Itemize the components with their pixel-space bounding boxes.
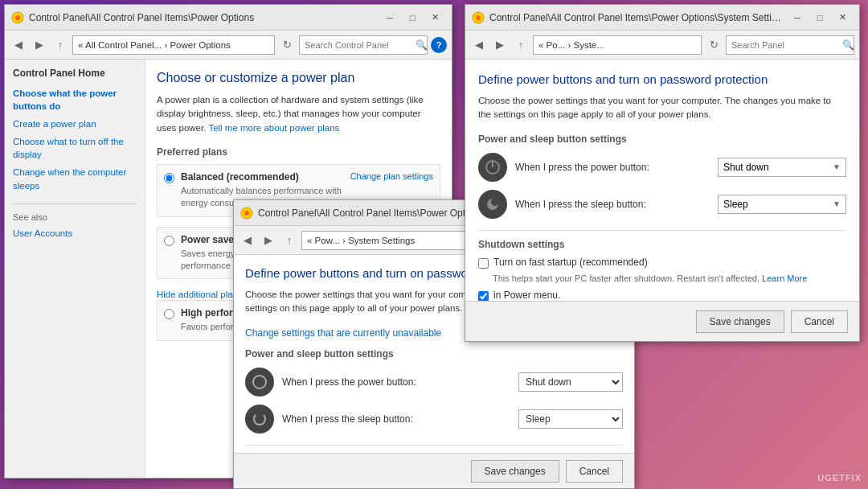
nav-bar-win1: ◀ ▶ ↑ « All Control Panel... › Power Opt… xyxy=(5,31,452,60)
sidebar-link-create-plan[interactable]: Create a power plan xyxy=(13,117,137,130)
close-button-win1[interactable]: ✕ xyxy=(424,10,445,26)
win3-power-sleep-title: Power and sleep button settings xyxy=(478,134,846,145)
win2-change-settings-link[interactable]: Change settings that are currently unava… xyxy=(245,327,441,339)
title-bar-win3: Control Panel\All Control Panel Items\Po… xyxy=(465,5,859,31)
back-btn-win2[interactable]: ◀ xyxy=(239,232,256,249)
win3-fast-startup-checkbox[interactable] xyxy=(478,258,489,269)
win1-sidebar: Control Panel Home Choose what the power… xyxy=(5,60,145,478)
win1-main-title: Choose or customize a power plan xyxy=(157,71,440,85)
hide-additional-link[interactable]: Hide additional plans xyxy=(157,290,243,299)
close-btn-win3[interactable]: ✕ xyxy=(832,10,853,26)
power-options-icon-win3 xyxy=(472,11,485,24)
up-btn-win2[interactable]: ↑ xyxy=(280,232,298,249)
watermark-text: UGETFIX xyxy=(817,473,862,483)
win3-footer: Save changes Cancel xyxy=(465,301,859,341)
refresh-btn-win3[interactable]: ↻ xyxy=(705,36,723,54)
power-options-icon xyxy=(11,11,24,24)
win3-sleep-dropdown[interactable]: Sleep ▼ xyxy=(718,195,846,214)
up-btn-win3[interactable]: ↑ xyxy=(512,36,530,54)
svg-point-5 xyxy=(476,15,481,20)
win3-power-dropdown[interactable]: Shut down ▼ xyxy=(718,158,846,177)
win3-fast-startup-label: Turn on fast startup (recommended) xyxy=(493,257,648,268)
win2-shutdown-section: Shutdown settings Turn on fast startup (… xyxy=(245,445,623,454)
win3-save-button[interactable]: Save changes xyxy=(696,310,784,333)
win3-fast-startup-desc: This helps start your PC faster after sh… xyxy=(493,273,846,283)
win2-sleep-icon-inner xyxy=(253,413,266,425)
win3-power-dropdown-arrow: ▼ xyxy=(833,162,841,171)
forward-btn-win1[interactable]: ▶ xyxy=(31,36,48,54)
plan-balanced-change-link[interactable]: Change plan settings xyxy=(350,171,433,181)
help-button-win1[interactable]: ? xyxy=(431,37,447,53)
sleep-symbol-icon xyxy=(485,196,501,212)
win3-power-icon xyxy=(478,153,507,182)
win3-power-menu-label: in Power menu. xyxy=(493,290,560,301)
plan-balanced-radio[interactable] xyxy=(164,173,174,183)
back-btn-win1[interactable]: ◀ xyxy=(10,36,27,54)
win3-learn-more-link[interactable]: Learn More xyxy=(762,273,807,283)
win3-define-desc: Choose the power settings that you want … xyxy=(478,94,846,122)
win3-power-menu-checkbox[interactable] xyxy=(478,291,489,302)
win3-power-label: When I press the power button: xyxy=(515,162,710,173)
nav-bar-win3: ◀ ▶ ↑ « Po... › Syste... ↻ 🔍 xyxy=(465,31,859,60)
win2-power-sleep-title: Power and sleep button settings xyxy=(245,348,623,360)
search-input-win3[interactable] xyxy=(731,40,842,50)
win2-save-button[interactable]: Save changes xyxy=(471,460,559,483)
win3-sleep-label: When I press the sleep button: xyxy=(515,199,710,210)
sidebar-link-display[interactable]: Choose what to turn off the display xyxy=(13,135,137,161)
maximize-button-win1[interactable]: □ xyxy=(402,10,423,26)
search-icon-win3: 🔍 xyxy=(842,39,854,51)
sidebar-see-also: See also User Accounts xyxy=(13,203,137,240)
win2-power-dropdown[interactable]: Shut down Sleep Hibernate Do nothing xyxy=(518,372,623,392)
win2-power-icon-inner xyxy=(252,375,267,389)
win2-sleep-label: When I press the sleep button: xyxy=(282,413,510,425)
sidebar-link-sleep[interactable]: Change when the computer sleeps xyxy=(13,166,137,191)
plan-high-radio[interactable] xyxy=(164,309,174,319)
forward-btn-win2[interactable]: ▶ xyxy=(260,232,277,249)
win2-power-icon xyxy=(245,368,274,397)
win3-define-title: Define power buttons and turn on passwor… xyxy=(478,72,846,86)
win3-controls: ─ □ ✕ xyxy=(787,10,853,26)
tell-me-more-link[interactable]: Tell me more about power plans xyxy=(208,123,339,133)
win2-sleep-button-row: When I press the sleep button: Sleep Hib… xyxy=(245,405,623,434)
preferred-plans-title: Preferred plans xyxy=(157,146,440,158)
search-bar-win3: 🔍 xyxy=(726,35,854,55)
search-icon-win1: 🔍 xyxy=(416,39,428,51)
win1-main-desc: A power plan is a collection of hardware… xyxy=(157,93,440,135)
window-system-settings-front: Control Panel\All Control Panel Items\Po… xyxy=(465,4,860,342)
title-bar-win1: Control Panel\All Control Panel Items\Po… xyxy=(5,5,452,31)
win3-sleep-dropdown-arrow: ▼ xyxy=(833,199,841,208)
win2-power-label: When I press the power button: xyxy=(282,376,510,388)
sidebar-link-user-accounts[interactable]: User Accounts xyxy=(13,227,137,240)
win2-sleep-icon xyxy=(245,405,274,434)
svg-point-3 xyxy=(244,211,249,216)
power-symbol-icon xyxy=(485,159,501,175)
search-input-win1[interactable] xyxy=(305,40,416,50)
plan-balanced-name: Balanced (recommended) xyxy=(181,171,350,183)
win3-shutdown-section: Shutdown settings Turn on fast startup (… xyxy=(478,230,846,302)
power-options-icon-win2 xyxy=(240,207,253,220)
refresh-btn-win1[interactable]: ↻ xyxy=(278,36,296,54)
minimize-button-win1[interactable]: ─ xyxy=(379,10,400,26)
sidebar-home[interactable]: Control Panel Home xyxy=(13,68,137,79)
up-btn-win1[interactable]: ↑ xyxy=(51,36,69,54)
win2-sleep-dropdown[interactable]: Sleep Hibernate Shut down Do nothing xyxy=(518,409,623,429)
win3-content: Define power buttons and turn on passwor… xyxy=(465,60,859,301)
plan-saver-radio[interactable] xyxy=(164,236,174,246)
breadcrumb-win3: « Po... › Syste... xyxy=(533,35,702,55)
win2-cancel-button[interactable]: Cancel xyxy=(566,460,623,483)
forward-btn-win3[interactable]: ▶ xyxy=(491,36,509,54)
sidebar-link-power-buttons[interactable]: Choose what the power buttons do xyxy=(13,87,137,113)
search-bar-win1: 🔍 xyxy=(299,35,428,55)
win1-title: Control Panel\All Control Panel Items\Po… xyxy=(29,12,375,23)
minimize-btn-win3[interactable]: ─ xyxy=(787,10,808,26)
win2-power-button-row: When I press the power button: Shut down… xyxy=(245,368,623,397)
win3-power-menu-row: in Power menu. xyxy=(478,290,846,302)
back-btn-win3[interactable]: ◀ xyxy=(470,36,488,54)
win3-sleep-icon xyxy=(478,190,507,219)
win2-footer: Save changes Cancel xyxy=(234,453,634,488)
win3-cancel-button[interactable]: Cancel xyxy=(791,310,848,333)
win3-title: Control Panel\All Control Panel Items\Po… xyxy=(489,12,782,23)
win1-controls: ─ □ ✕ xyxy=(379,10,445,26)
svg-point-1 xyxy=(15,15,20,20)
maximize-btn-win3[interactable]: □ xyxy=(809,10,830,26)
